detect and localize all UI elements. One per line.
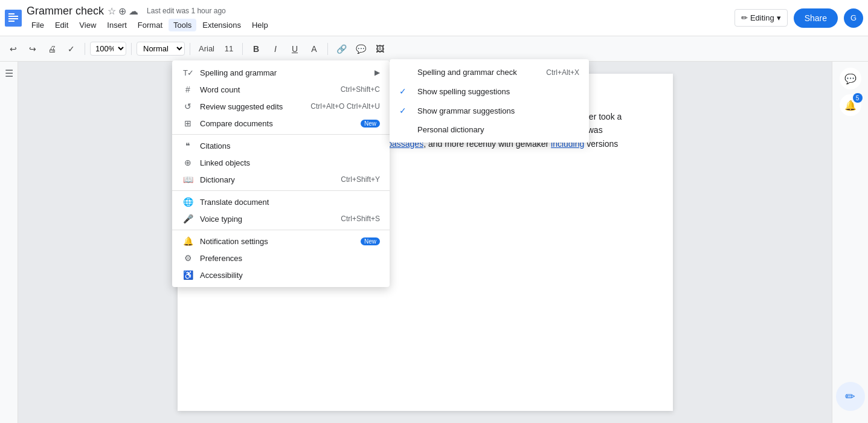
divider-1 [172, 134, 390, 135]
tools-translate[interactable]: 🌐 Translate document [172, 193, 390, 210]
toolbar-separator-5 [327, 43, 328, 55]
cloud-icon[interactable]: ☁ [129, 5, 138, 17]
sub-personal-dict-label: Personal dictionary [417, 125, 484, 134]
review-shortcut: Ctrl+Alt+O Ctrl+Alt+U [310, 102, 380, 111]
user-avatar[interactable]: G [844, 8, 863, 28]
tools-menu: T ✓ Spelling and grammar ▶ # Word count … [172, 60, 390, 287]
italic-button[interactable]: I [267, 40, 284, 57]
preferences-label: Preferences [200, 254, 380, 263]
grammar-check-icon: ✓ [399, 106, 411, 115]
last-edit: Last edit was 1 hour ago [147, 7, 226, 15]
tools-review-edits[interactable]: ↺ Review suggested edits Ctrl+Alt+O Ctrl… [172, 98, 390, 115]
svg-rect-2 [8, 16, 18, 17]
notification-new-badge: New [361, 237, 380, 245]
dictionary-icon: 📖 [182, 175, 194, 184]
sub-personal-dict[interactable]: Personal dictionary [390, 120, 589, 139]
top-bar-right: ✏ Editing ▾ Share G [735, 8, 863, 28]
toolbar-separator-2 [131, 43, 132, 55]
underline-button[interactable]: U [286, 40, 303, 57]
sub-show-spelling[interactable]: ✓ Show spelling suggestions [390, 82, 589, 101]
menu-file[interactable]: File [27, 19, 49, 31]
link-button[interactable]: 🔗 [333, 40, 350, 57]
doc-title-icons: ☆ ⊕ ☁ [108, 5, 138, 17]
tools-notification-settings[interactable]: 🔔 Notification settings New [172, 233, 390, 250]
chat-button[interactable]: 💬 [840, 68, 861, 89]
sub-show-spelling-label: Show spelling suggestions [417, 87, 510, 96]
tools-citations[interactable]: ❝ Citations [172, 137, 390, 154]
linked-icon: ⊕ [182, 158, 194, 167]
print-button[interactable]: 🖨 [43, 40, 60, 57]
pencil-fab-button[interactable]: ✏ [836, 382, 865, 411]
bold-button[interactable]: B [248, 40, 265, 57]
toolbar-separator-1 [85, 43, 85, 55]
spell-check-button[interactable]: ✓ [63, 40, 80, 57]
menu-view[interactable]: View [74, 19, 101, 31]
linked-label: Linked objects [200, 158, 380, 167]
right-panel: 💬 🔔 5 ✏ [832, 62, 868, 423]
sub-spelling-shortcut: Ctrl+Alt+X [546, 68, 579, 77]
sidebar-toggle-icon[interactable]: ☰ [5, 68, 13, 79]
sub-spelling-check-label: Spelling and grammar check [417, 68, 517, 77]
svg-rect-1 [8, 13, 14, 15]
voice-shortcut: Ctrl+Shift+S [341, 215, 380, 223]
tools-spelling-grammar[interactable]: T ✓ Spelling and grammar ▶ [172, 64, 390, 81]
redo-button[interactable]: ↪ [24, 40, 41, 57]
chat-icon: 💬 [844, 73, 857, 85]
zoom-select[interactable]: 100% [90, 42, 126, 56]
tools-voice-typing[interactable]: 🎤 Voice typing Ctrl+Shift+S [172, 210, 390, 227]
dictionary-label: Dictionary [200, 175, 331, 184]
pencil-icon: ✏ [845, 389, 855, 404]
citations-label: Citations [200, 141, 380, 150]
notifications-button[interactable]: 🔔 5 [840, 94, 861, 116]
tools-accessibility[interactable]: ♿ Accessibility [172, 266, 390, 283]
undo-button[interactable]: ↩ [5, 40, 22, 57]
editing-chevron-icon: ▾ [777, 13, 781, 22]
spelling-label: Spelling and grammar [200, 68, 375, 77]
preferences-icon: ⚙ [182, 253, 194, 263]
compare-new-badge: New [361, 120, 380, 128]
word-count-shortcut: Ctrl+Shift+C [341, 85, 380, 94]
font-size-button[interactable]: 11 [220, 40, 237, 57]
share-button[interactable]: Share [794, 8, 838, 28]
toolbar-separator-4 [242, 43, 243, 55]
svg-rect-4 [8, 21, 14, 22]
editing-pencil-icon: ✏ [741, 13, 748, 22]
doc-title-row: Grammer check ☆ ⊕ ☁ Last edit was 1 hour… [27, 5, 735, 18]
accessibility-label: Accessibility [200, 271, 380, 280]
tools-word-count[interactable]: # Word count Ctrl+Shift+C [172, 81, 390, 98]
editing-button[interactable]: ✏ Editing ▾ [735, 9, 788, 27]
menu-edit[interactable]: Edit [50, 19, 73, 31]
tools-linked-objects[interactable]: ⊕ Linked objects [172, 154, 390, 171]
dictionary-shortcut: Ctrl+Shift+Y [341, 175, 380, 184]
image-button[interactable]: 🖼 [371, 40, 388, 57]
word-count-label: Word count [200, 85, 331, 94]
doc-title-area: Grammer check ☆ ⊕ ☁ Last edit was 1 hour… [27, 5, 735, 31]
doc-title[interactable]: Grammer check [27, 5, 104, 18]
tools-dictionary[interactable]: 📖 Dictionary Ctrl+Shift+Y [172, 171, 390, 188]
menu-help[interactable]: Help [247, 19, 273, 31]
voice-label: Voice typing [200, 215, 331, 224]
translate-icon: 🌐 [182, 197, 194, 207]
tools-preferences[interactable]: ⚙ Preferences [172, 250, 390, 266]
svg-rect-3 [8, 18, 18, 19]
review-label: Review suggested edits [200, 102, 301, 111]
divider-2 [172, 190, 390, 191]
tools-compare-docs[interactable]: ⊞ Compare documents New [172, 115, 390, 132]
spelling-icon: T ✓ [182, 68, 194, 77]
comment-button[interactable]: 💬 [352, 40, 369, 57]
menu-extensions[interactable]: Extensions [198, 19, 246, 31]
text-color-button[interactable]: A [306, 40, 323, 57]
move-icon[interactable]: ⊕ [118, 5, 126, 17]
style-select[interactable]: Normal [137, 42, 185, 56]
notification-icon: 🔔 [182, 236, 194, 246]
notification-badge: 5 [853, 93, 863, 103]
menu-format[interactable]: Format [133, 19, 167, 31]
menu-tools[interactable]: Tools [169, 19, 196, 31]
accessibility-icon: ♿ [182, 270, 194, 280]
menu-insert[interactable]: Insert [102, 19, 132, 31]
sub-show-grammar[interactable]: ✓ Show grammar suggestions [390, 101, 589, 120]
star-icon[interactable]: ☆ [108, 5, 116, 17]
font-button[interactable]: Arial [195, 40, 218, 57]
sub-spelling-check[interactable]: Spelling and grammar check Ctrl+Alt+X [390, 63, 589, 82]
top-bar: Grammer check ☆ ⊕ ☁ Last edit was 1 hour… [0, 0, 868, 36]
